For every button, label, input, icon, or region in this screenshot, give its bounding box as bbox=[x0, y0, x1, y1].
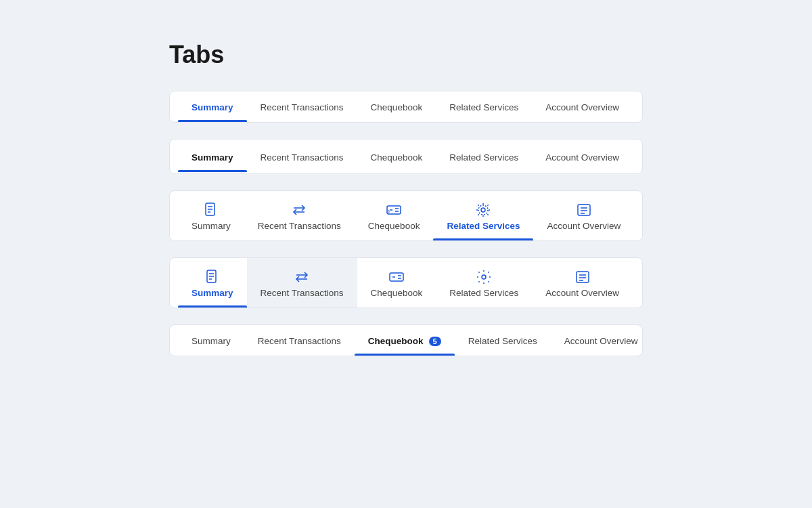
document-icon bbox=[204, 269, 221, 285]
tab-cheque-4[interactable]: Chequebook bbox=[357, 258, 436, 308]
arrows-icon bbox=[294, 269, 310, 285]
tab-label: Chequebook bbox=[368, 336, 424, 346]
tab-card-3: Summary Recent Transactions bbox=[169, 190, 643, 241]
list-icon bbox=[574, 269, 591, 285]
svg-text:$: $ bbox=[388, 209, 390, 213]
tab-recent-5[interactable]: Recent Transactions bbox=[244, 325, 355, 356]
gear-icon bbox=[476, 269, 492, 285]
tab-label: Related Services bbox=[449, 102, 518, 112]
page-title: Tabs bbox=[169, 41, 643, 69]
tab-label: Related Services bbox=[449, 152, 518, 163]
svg-point-11 bbox=[481, 208, 485, 212]
tab-account-2[interactable]: Account Overview bbox=[532, 142, 633, 172]
arrows-icon bbox=[291, 202, 307, 218]
tab-label: Account Overview bbox=[564, 336, 638, 346]
tab-label: Chequebook bbox=[371, 152, 423, 163]
tab-label: Chequebook bbox=[371, 102, 423, 112]
tab-related-5[interactable]: Related Services bbox=[455, 325, 551, 356]
tab-label: Summary bbox=[191, 152, 233, 163]
document-icon bbox=[203, 202, 219, 218]
svg-point-12 bbox=[478, 205, 488, 215]
tab-label: Recent Transactions bbox=[261, 288, 344, 298]
tab-card-4: Summary Recent Transactions bbox=[169, 257, 643, 308]
content-area: Tabs Summary Recent Transactions Chequeb… bbox=[169, 41, 643, 373]
tab-row-1: Summary Recent Transactions Chequebook R… bbox=[170, 91, 642, 122]
tab-label: Summary bbox=[191, 102, 233, 112]
tab-related-1[interactable]: Related Services bbox=[436, 91, 532, 122]
tab-account-4[interactable]: Account Overview bbox=[532, 258, 633, 308]
tab-label: Related Services bbox=[447, 221, 520, 231]
tab-label: Recent Transactions bbox=[261, 152, 344, 163]
tab-label: Chequebook bbox=[368, 221, 420, 231]
tab-cheque-2[interactable]: Chequebook bbox=[357, 142, 436, 172]
tab-label: Account Overview bbox=[545, 102, 619, 112]
cheque-icon: $ bbox=[386, 202, 402, 218]
tab-recent-3[interactable]: Recent Transactions bbox=[244, 191, 355, 240]
tab-label: Account Overview bbox=[547, 221, 621, 231]
tab-label: Summary bbox=[191, 336, 231, 346]
tab-cheque-3[interactable]: $ Chequebook bbox=[355, 191, 434, 240]
tab-summary-1[interactable]: Summary bbox=[178, 91, 247, 122]
tab-related-4[interactable]: Related Services bbox=[436, 258, 532, 308]
tab-label: Recent Transactions bbox=[258, 336, 341, 346]
tab-card-2: Summary Recent Transactions Chequebook R… bbox=[169, 139, 643, 174]
more-button-4[interactable]: More bbox=[633, 260, 643, 305]
svg-rect-27 bbox=[390, 273, 403, 281]
tab-label: Summary bbox=[191, 221, 231, 231]
list-icon bbox=[576, 202, 592, 218]
tab-row-2: Summary Recent Transactions Chequebook R… bbox=[170, 140, 642, 173]
tab-label: Account Overview bbox=[545, 152, 619, 163]
tab-label: Recent Transactions bbox=[261, 102, 344, 112]
tab-row-3: Summary Recent Transactions bbox=[170, 191, 642, 240]
tab-summary-4[interactable]: Summary bbox=[178, 258, 247, 308]
tab-more-3[interactable]: More bbox=[634, 191, 643, 240]
tab-account-1[interactable]: Account Overview bbox=[532, 91, 633, 122]
tab-cheque-1[interactable]: Chequebook bbox=[357, 91, 436, 122]
tab-row-5: Summary Recent Transactions Chequebook 5… bbox=[170, 325, 642, 356]
tab-recent-1[interactable]: Recent Transactions bbox=[247, 91, 357, 122]
more-button-1[interactable]: More bbox=[633, 91, 643, 122]
tab-label: Related Services bbox=[449, 288, 518, 298]
svg-point-31 bbox=[482, 275, 486, 279]
tab-recent-4[interactable]: Recent Transactions bbox=[247, 258, 357, 308]
gear-icon bbox=[475, 202, 491, 218]
tab-recent-2[interactable]: Recent Transactions bbox=[247, 142, 357, 172]
cheque-icon bbox=[388, 269, 405, 285]
tab-label: Summary bbox=[191, 288, 233, 298]
tab-account-5[interactable]: Account Overview bbox=[551, 325, 643, 356]
tab-summary-3[interactable]: Summary bbox=[178, 191, 244, 240]
tab-summary-2[interactable]: Summary bbox=[178, 142, 247, 172]
tab-cheque-5[interactable]: Chequebook 5 bbox=[355, 325, 455, 356]
tab-label: Account Overview bbox=[545, 288, 619, 298]
badge-count: 5 bbox=[429, 337, 441, 346]
tab-row-4: Summary Recent Transactions bbox=[170, 258, 642, 308]
tab-label: Chequebook bbox=[371, 288, 423, 298]
tab-card-5: Summary Recent Transactions Chequebook 5… bbox=[169, 324, 643, 356]
more-dots-button-2[interactable]: ··· bbox=[633, 140, 643, 173]
tab-card-1: Summary Recent Transactions Chequebook R… bbox=[169, 91, 643, 123]
tab-summary-5[interactable]: Summary bbox=[178, 325, 244, 356]
tab-label: Related Services bbox=[468, 336, 537, 346]
tab-account-3[interactable]: Account Overview bbox=[533, 191, 634, 240]
tab-related-2[interactable]: Related Services bbox=[436, 142, 532, 172]
tab-label: Recent Transactions bbox=[258, 221, 341, 231]
page-container: Tabs Summary Recent Transactions Chequeb… bbox=[14, 41, 798, 373]
tab-related-3[interactable]: Related Services bbox=[433, 191, 533, 240]
